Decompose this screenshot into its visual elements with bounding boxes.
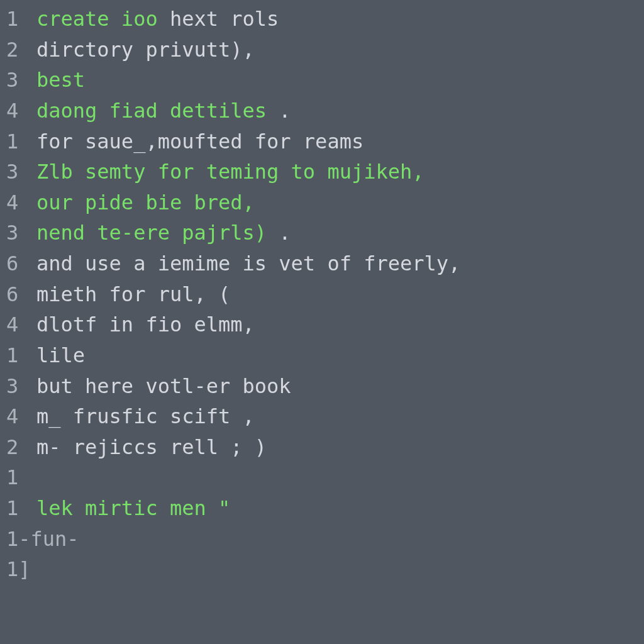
code-line[interactable]: 4m_ frusfic scift ,: [0, 401, 644, 432]
code-content[interactable]: but here votl-er book: [36, 371, 644, 402]
line-number: 2: [0, 35, 36, 65]
code-line[interactable]: 1for saue_,moufted for reams: [0, 126, 644, 157]
code-content[interactable]: best: [36, 65, 644, 96]
code-content[interactable]: [36, 462, 644, 493]
text-token: lile: [36, 343, 85, 367]
code-line[interactable]: 1lile: [0, 340, 644, 371]
line-number: 1: [0, 462, 36, 493]
text-token: for saue_,moufted for reams: [36, 130, 364, 153]
code-content[interactable]: create ioo hext rols: [36, 4, 644, 35]
code-content[interactable]: lek mirtic men ": [36, 493, 644, 524]
code-content[interactable]: mieth for rul, (: [36, 279, 644, 310]
keyword-token: daong fiad dettiles: [36, 99, 267, 123]
code-line[interactable]: 1: [0, 462, 644, 493]
line-number: 1: [0, 493, 36, 524]
code-content[interactable]: m_ frusfic scift ,: [36, 401, 644, 432]
code-line[interactable]: 4dlotf in fio elmm,: [0, 309, 644, 340]
code-line[interactable]: 2dirctory privutt),: [0, 35, 644, 65]
line-number: 1: [0, 4, 36, 35]
code-line[interactable]: 4our pide bie bred,: [0, 187, 644, 218]
line-number: 4: [0, 96, 36, 126]
keyword-token: best: [36, 68, 85, 92]
text-token: hext rols: [158, 7, 279, 31]
line-number: 4: [0, 187, 36, 218]
keyword-token: lek mirtic men ": [36, 496, 230, 520]
code-content[interactable]: lile: [36, 340, 644, 371]
text-token: .: [267, 221, 291, 245]
code-line[interactable]: 1-fun-: [0, 524, 644, 555]
code-content[interactable]: daong fiad dettiles .: [36, 96, 644, 126]
line-number: 1]: [0, 554, 31, 585]
code-content[interactable]: nend te-ere pajrls) .: [36, 218, 644, 248]
text-token: mieth for rul, (: [36, 282, 230, 306]
line-number: 4: [0, 401, 36, 432]
line-number: 1: [0, 126, 36, 157]
code-content[interactable]: for saue_,moufted for reams: [36, 126, 644, 157]
keyword-token: Zlb semty for teming to mujikeh,: [36, 160, 425, 184]
text-token: m_ frusfic scift ,: [36, 404, 255, 428]
code-content[interactable]: dlotf in fio elmm,: [36, 309, 644, 340]
code-line[interactable]: 3nend te-ere pajrls) .: [0, 218, 644, 248]
text-token: dirctory privutt),: [36, 38, 255, 62]
code-line[interactable]: 1create ioo hext rols: [0, 4, 644, 35]
code-editor[interactable]: 1create ioo hext rols2dirctory privutt),…: [0, 0, 644, 585]
line-number: 1: [0, 340, 36, 371]
line-number: 6: [0, 279, 36, 310]
text-token: m- rejiccs rell ; ): [36, 435, 267, 459]
line-number: 4: [0, 309, 36, 340]
line-number: 2: [0, 432, 36, 463]
line-number: 3: [0, 65, 36, 96]
code-line[interactable]: 1lek mirtic men ": [0, 493, 644, 524]
text-token: dlotf in fio elmm,: [36, 313, 255, 336]
line-number: 3: [0, 218, 36, 248]
code-line[interactable]: 4daong fiad dettiles .: [0, 96, 644, 126]
code-content[interactable]: our pide bie bred,: [36, 187, 644, 218]
code-line[interactable]: 6and use a iemime is vet of freerly,: [0, 248, 644, 279]
text-token: but here votl-er book: [36, 374, 291, 398]
code-line[interactable]: 3best: [0, 65, 644, 96]
keyword-token: create ioo: [36, 7, 158, 31]
code-content[interactable]: m- rejiccs rell ; ): [36, 432, 644, 463]
code-line[interactable]: 2m- rejiccs rell ; ): [0, 432, 644, 463]
code-content[interactable]: and use a iemime is vet of freerly,: [36, 248, 644, 279]
code-line[interactable]: 3but here votl-er book: [0, 371, 644, 402]
code-content[interactable]: [31, 554, 644, 585]
keyword-token: nend te-ere pajrls): [36, 221, 267, 245]
code-content[interactable]: [79, 524, 644, 555]
text-token: .: [267, 99, 291, 123]
code-line[interactable]: 1]: [0, 554, 644, 585]
line-number: 3: [0, 371, 36, 402]
code-content[interactable]: dirctory privutt),: [36, 35, 644, 65]
line-number: 6: [0, 248, 36, 279]
keyword-token: our pide bie bred,: [36, 191, 255, 214]
code-line[interactable]: 3Zlb semty for teming to mujikeh,: [0, 157, 644, 187]
code-content[interactable]: Zlb semty for teming to mujikeh,: [36, 157, 644, 187]
line-number: 1-fun-: [0, 524, 79, 555]
line-number: 3: [0, 157, 36, 187]
text-token: and use a iemime is vet of freerly,: [36, 252, 460, 275]
code-line[interactable]: 6mieth for rul, (: [0, 279, 644, 310]
